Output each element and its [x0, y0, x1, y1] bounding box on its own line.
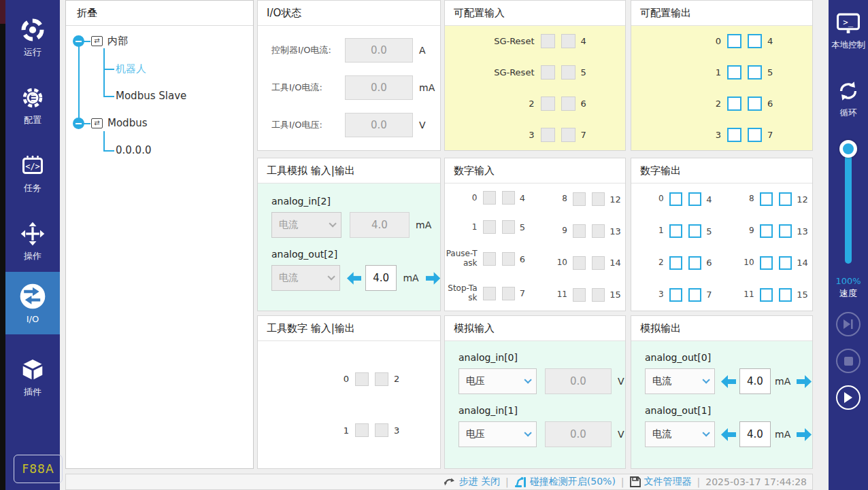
firmware-badge[interactable]: F88A — [14, 455, 63, 483]
io-pin-label: 10 — [535, 258, 568, 268]
io-checkbox[interactable] — [779, 192, 792, 206]
analog-value-field: 0.0 — [545, 421, 612, 447]
increment-arrow-icon[interactable] — [797, 375, 812, 388]
select-value: 电流 — [652, 428, 671, 440]
step-forward-button[interactable] — [836, 312, 861, 336]
file-manager-button[interactable]: 文件管理器 — [630, 476, 692, 488]
io-pin-number: 7 — [706, 290, 722, 300]
collision-detection-icon — [514, 476, 527, 488]
analog-type-select: 电流 — [271, 212, 341, 238]
decrement-arrow-icon[interactable] — [347, 272, 361, 285]
speed-label: 速度 — [829, 287, 868, 300]
step-forward-icon — [843, 319, 854, 329]
io-checkbox[interactable] — [760, 288, 773, 302]
config-output-row: 3 7 — [631, 128, 812, 142]
io-status-value-field: 0.0 — [345, 113, 413, 137]
io-checkbox[interactable] — [727, 97, 741, 111]
increment-arrow-icon[interactable] — [426, 272, 440, 285]
io-checkbox[interactable] — [727, 65, 741, 80]
io-pin-label: 1 — [631, 226, 664, 236]
analog-value-input[interactable]: 4.0 — [739, 421, 771, 447]
io-checkbox[interactable] — [748, 97, 762, 111]
play-button[interactable] — [836, 385, 861, 410]
io-checkbox[interactable] — [748, 65, 762, 80]
tree-line — [103, 48, 105, 97]
io-pin-number: 15 — [610, 290, 625, 300]
io-checkbox[interactable] — [688, 256, 701, 270]
local-control-icon: >_ — [835, 12, 861, 35]
separator: | — [621, 476, 624, 487]
sidebar-item-io[interactable]: I/O — [5, 272, 60, 334]
io-checkbox[interactable] — [669, 288, 682, 302]
io-checkbox[interactable] — [727, 128, 741, 142]
io-checkbox[interactable] — [669, 256, 682, 270]
step-mode-label: 步进 关闭 — [459, 476, 500, 488]
tree-node-robot[interactable]: 机器人 — [116, 63, 146, 75]
decrement-arrow-icon[interactable] — [721, 428, 736, 441]
increment-arrow-icon[interactable] — [797, 428, 812, 441]
io-checkbox[interactable] — [760, 224, 773, 238]
decrement-arrow-icon[interactable] — [721, 375, 736, 388]
sidebar-item-run[interactable]: 运行 — [5, 7, 60, 69]
sidebar-item-operate[interactable]: 操作 — [5, 211, 60, 273]
io-checkbox[interactable] — [779, 256, 792, 270]
io-checkbox — [483, 287, 496, 300]
io-pin-number: 7 — [767, 130, 785, 140]
task-code-icon: </> — [20, 154, 45, 178]
collision-detection-toggle[interactable]: 碰撞检测开启(50%) — [514, 476, 616, 488]
stop-button[interactable] — [836, 349, 861, 373]
config-input-row: 2 6 — [445, 97, 625, 111]
io-checkbox[interactable] — [669, 224, 682, 238]
tool-digital-row: 0 2 — [258, 372, 440, 386]
tree-line — [84, 123, 90, 124]
collapse-button[interactable]: 折叠 — [66, 1, 253, 26]
io-checkbox[interactable] — [727, 34, 741, 48]
tree-collapse-toggle[interactable] — [73, 118, 84, 129]
io-checkbox[interactable] — [760, 256, 773, 270]
io-pin-number: 5 — [706, 226, 722, 237]
io-checkbox[interactable] — [669, 192, 682, 206]
analog-value-input[interactable]: 4.0 — [739, 368, 771, 394]
speed-slider-handle[interactable] — [839, 140, 857, 158]
digital-input-row: 11 15 — [535, 288, 626, 302]
io-checkbox[interactable] — [779, 224, 792, 238]
io-checkbox[interactable] — [748, 128, 762, 142]
panel-analog-input: 模拟输入 analog_in[0] 电压 0.0 V analog_in[1] … — [444, 315, 626, 469]
io-checkbox[interactable] — [688, 288, 701, 302]
tree-node-modbus-slave[interactable]: Modbus Slave — [116, 90, 186, 102]
local-control-button[interactable]: >_ 本地控制 — [829, 12, 868, 51]
tree-collapse-toggle[interactable] — [73, 35, 84, 47]
io-checkbox — [592, 288, 605, 302]
step-mode-toggle[interactable]: 步进 关闭 — [444, 476, 500, 488]
analog-type-select[interactable]: 电流 — [645, 421, 715, 447]
io-status-label: 工具I/O电压: — [271, 119, 345, 131]
io-checkbox[interactable] — [688, 224, 701, 238]
speed-slider-track[interactable] — [845, 148, 852, 264]
analog-type-select[interactable]: 电压 — [458, 421, 537, 447]
unit-label: mA — [419, 82, 435, 93]
io-pin-label: 1 — [658, 67, 721, 77]
panel-digital-input: 数字输入 0 4 1 5 Pause-Task 6 Stop-Ta — [444, 158, 626, 311]
edge-maroon-strip — [0, 0, 5, 24]
io-checkbox[interactable] — [779, 288, 792, 302]
io-checkbox — [573, 288, 586, 302]
tree-node-ip[interactable]: 0.0.0.0 — [116, 144, 151, 156]
sidebar-item-plugin[interactable]: 插件 — [5, 347, 60, 409]
analog-type-select[interactable]: 电压 — [458, 368, 537, 394]
sidebar-item-task[interactable]: </> 任务 — [5, 143, 60, 205]
analog-value-input[interactable]: 4.0 — [365, 265, 397, 291]
io-checkbox[interactable] — [760, 192, 773, 206]
sidebar-item-config[interactable]: 配置 — [5, 75, 60, 137]
loop-button[interactable]: 循环 — [829, 79, 868, 119]
panel-io-status: I/O状态 控制器I/O电流: 0.0 A 工具I/O电流: 0.0 mA 工具… — [257, 0, 441, 151]
tree-node-internal[interactable]: 内部 — [107, 35, 128, 48]
analog-type-select[interactable]: 电流 — [645, 368, 715, 394]
io-pin-label: 1 — [445, 223, 478, 232]
tree-node-modbus[interactable]: Modbus — [107, 117, 147, 129]
right-sidebar: >_ 本地控制 循环 100% 速度 — [829, 0, 868, 490]
io-pin-label: 1 — [286, 425, 349, 436]
tree-line — [84, 41, 90, 42]
io-checkbox[interactable] — [748, 34, 762, 48]
io-checkbox[interactable] — [688, 192, 701, 206]
io-pin-label: 8 — [722, 194, 754, 204]
